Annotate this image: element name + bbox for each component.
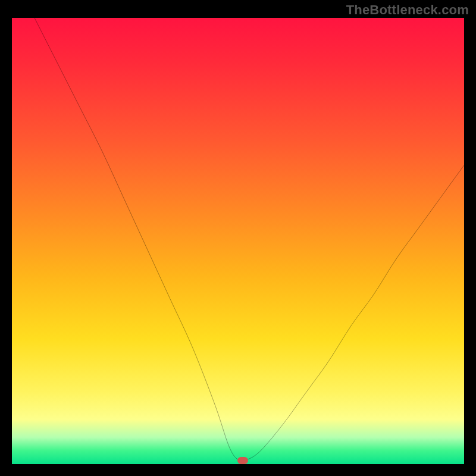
background-gradient bbox=[12, 18, 464, 464]
plot-area bbox=[12, 18, 464, 464]
chart-frame: TheBottleneck.com bbox=[0, 0, 476, 476]
watermark-text: TheBottleneck.com bbox=[346, 2, 469, 18]
